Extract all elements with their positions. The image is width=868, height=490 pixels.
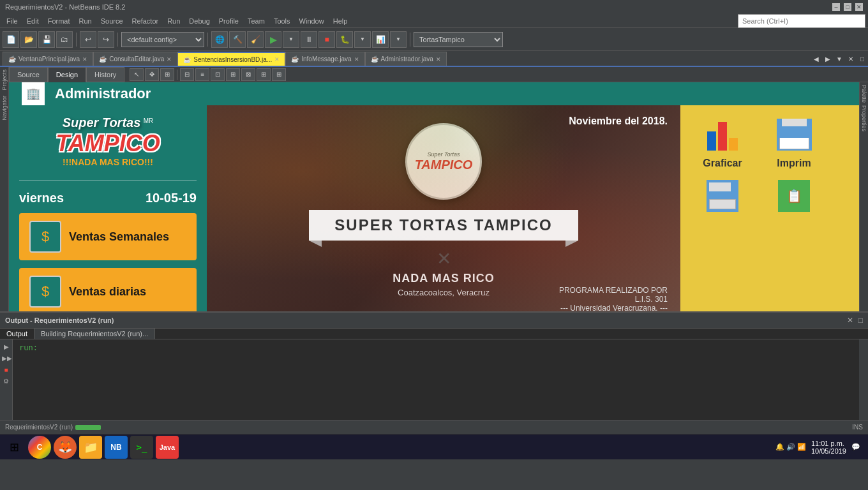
stop-btn[interactable]: ■ (318, 31, 335, 48)
distribute-v[interactable]: ⊞ (272, 68, 286, 81)
menu-refactor[interactable]: Refactor (128, 16, 163, 26)
status-bar: RequerimientosV2 (run) INS (0, 420, 868, 434)
align-right[interactable]: ⊡ (211, 68, 225, 81)
java-app[interactable]: Java (156, 436, 179, 459)
output-panel: Output - RequerimientosV2 (run) ✕ □ Outp… (0, 311, 868, 420)
output-tab-output[interactable]: Output (0, 329, 34, 339)
undo-btn[interactable]: ↩ (80, 31, 96, 48)
tab-ventanaprincipal[interactable]: ☕ VentanaPrincipal.java ✕ (3, 52, 93, 66)
menu-format[interactable]: Format (44, 16, 74, 26)
projects-sidebar-label[interactable]: Projects (1, 67, 8, 93)
run-button[interactable]: ▶ (2, 342, 11, 351)
graficar-card[interactable]: Graficar (691, 115, 754, 169)
chrome-app[interactable]: C (28, 436, 51, 459)
menu-team[interactable]: Team (244, 16, 269, 26)
tab-close-all[interactable]: ✕ (845, 52, 857, 66)
output-scrollbar[interactable] (859, 339, 868, 420)
toolbar-sep-1 (76, 33, 77, 47)
search-input[interactable] (738, 14, 865, 28)
settings-output-button[interactable]: ⚙ (2, 376, 11, 385)
move-tool[interactable]: ✥ (145, 68, 159, 81)
distribute-h[interactable]: ⊞ (257, 68, 271, 81)
resize-tool[interactable]: ⊞ (160, 68, 174, 81)
firefox-app[interactable]: 🦊 (54, 436, 77, 459)
menu-tools[interactable]: Tools (270, 16, 294, 26)
align-center[interactable]: ≡ (195, 68, 209, 81)
save-btn[interactable]: 💾 (38, 31, 55, 48)
align-left[interactable]: ⊟ (180, 68, 194, 81)
tab-scroll-left[interactable]: ◀ (811, 52, 822, 66)
save-all-btn[interactable]: 🗂 (56, 31, 73, 48)
palette-label[interactable]: Palette (861, 85, 867, 103)
source-tab[interactable]: Source (9, 67, 48, 82)
menu-window[interactable]: Window (296, 16, 328, 26)
close-tab-consultaeditar[interactable]: ✕ (167, 56, 172, 63)
debug-dropdown-btn[interactable]: ▼ (354, 31, 371, 48)
terminal-app[interactable]: >_ (130, 436, 153, 459)
ventas-semanales-card[interactable]: $ Ventas Semanales (19, 213, 197, 260)
profile-dropdown-btn[interactable]: ▼ (390, 31, 407, 48)
imprimir-card[interactable]: Imprim (762, 115, 826, 169)
history-tab[interactable]: History (86, 67, 124, 82)
netbeans-app[interactable]: NB (105, 436, 128, 459)
menu-file[interactable]: File (3, 16, 22, 26)
maximize-button[interactable]: □ (844, 3, 851, 11)
menu-help[interactable]: Help (329, 16, 352, 26)
tab-menu[interactable]: ▼ (834, 52, 845, 66)
close-tab-ventanaprincipal[interactable]: ✕ (82, 56, 87, 63)
window-controls: – □ ✕ (832, 3, 863, 11)
run-dropdown-btn[interactable]: ▼ (283, 31, 299, 48)
output-tab-building[interactable]: Building RequerimientosV2 (run)... (34, 329, 155, 339)
menu-run[interactable]: Run (75, 16, 96, 26)
admin-right-panel: Graficar (680, 105, 859, 311)
design-tab[interactable]: Design (48, 67, 86, 82)
menu-source[interactable]: Source (97, 16, 127, 26)
menu-edit[interactable]: Edit (23, 16, 43, 26)
output-close-button[interactable]: ✕ (847, 316, 853, 325)
step-button[interactable]: ▶▶ (2, 353, 11, 362)
taskbar-icons: 🔔 🔊 📶 (775, 443, 806, 451)
align-top[interactable]: ⊞ (226, 68, 240, 81)
tab-infomessage[interactable]: ☕ InfoMessage.java ✕ (285, 52, 364, 66)
stop-output-button[interactable]: ■ (2, 365, 11, 374)
minimize-button[interactable]: – (832, 3, 840, 11)
redo-btn[interactable]: ↪ (98, 31, 114, 48)
build-btn[interactable]: 🔨 (229, 31, 246, 48)
export-card[interactable]: 📋 (762, 177, 826, 215)
navigator-sidebar-label[interactable]: Navigator (1, 93, 8, 123)
status-right: INS (852, 424, 863, 431)
close-tab-infomessage[interactable]: ✕ (354, 56, 359, 63)
floppy-disk-icon (707, 180, 738, 212)
properties-label[interactable]: Properties (861, 105, 867, 131)
project-dropdown[interactable]: TortasTampico (414, 32, 503, 47)
align-bottom[interactable]: ⊠ (241, 68, 255, 81)
menu-run2[interactable]: Run (163, 16, 184, 26)
tab-administrador[interactable]: ☕ Administrador.java ✕ (365, 52, 447, 66)
close-tab-administrador[interactable]: ✕ (436, 56, 441, 63)
debug-btn[interactable]: 🐛 (336, 31, 353, 48)
config-dropdown[interactable]: <default config> (121, 32, 204, 47)
output-maximize-button[interactable]: □ (858, 316, 863, 325)
tab-sentencias[interactable]: ☕ SentenciasInsersionBD.ja... ✕ (177, 52, 285, 66)
pause-btn[interactable]: ⏸ (301, 31, 317, 48)
browse-btn[interactable]: 🌐 (211, 31, 228, 48)
tab-scroll-right[interactable]: ▶ (822, 52, 834, 66)
tab-maximize[interactable]: □ (857, 52, 868, 66)
new-btn[interactable]: 📄 (3, 31, 19, 48)
menu-profile[interactable]: Profile (215, 16, 243, 26)
close-button[interactable]: ✕ (855, 3, 863, 11)
close-tab-sentencias[interactable]: ✕ (274, 56, 280, 63)
open-btn[interactable]: 📂 (20, 31, 37, 48)
menu-debug[interactable]: Debug (185, 16, 213, 26)
tab-consultaeditar[interactable]: ☕ ConsultaEditar.java ✕ (93, 52, 177, 66)
start-button[interactable]: ⊞ (3, 436, 26, 459)
files-app[interactable]: 📁 (79, 436, 102, 459)
profile-btn[interactable]: 📊 (372, 31, 389, 48)
right-sidebar: Palette Properties (859, 82, 868, 311)
notification-icon[interactable]: 💬 (851, 443, 860, 451)
clean-btn[interactable]: 🧹 (247, 31, 264, 48)
save-card[interactable] (691, 177, 754, 215)
select-tool[interactable]: ↖ (130, 68, 144, 81)
run-project-btn[interactable]: ▶ (265, 31, 281, 48)
ventas-diarias-card[interactable]: $ Ventas diarias (19, 268, 197, 311)
